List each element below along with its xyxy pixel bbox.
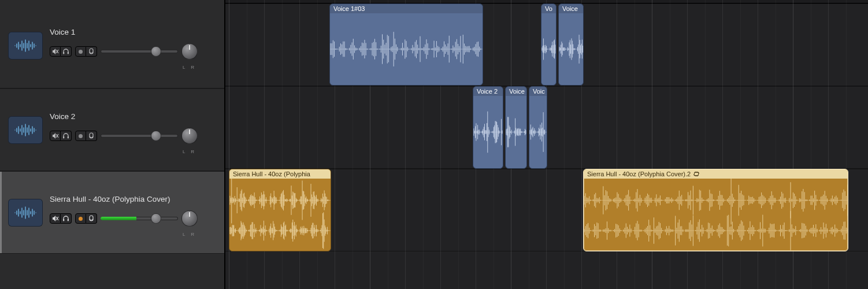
audio-region[interactable]: Voice 2 bbox=[473, 86, 503, 169]
headphones-icon bbox=[62, 48, 69, 55]
pan-lr-label: L R bbox=[179, 232, 200, 237]
solo-button[interactable] bbox=[61, 213, 72, 224]
mute-icon bbox=[52, 48, 59, 55]
region-header[interactable]: Sierra Hull - 40oz (Polyphia Cover).2 bbox=[584, 169, 848, 179]
record-enable-button[interactable] bbox=[75, 46, 86, 57]
mute-icon bbox=[52, 215, 59, 222]
svg-rect-49 bbox=[63, 219, 64, 221]
record-dot-icon bbox=[79, 50, 83, 54]
slider-thumb[interactable] bbox=[151, 46, 161, 57]
track-name-label[interactable]: Sierra Hull - 40oz (Polyphia Cover) bbox=[50, 195, 218, 203]
region-header[interactable]: Voic bbox=[529, 87, 547, 96]
mute-solo-group bbox=[50, 46, 72, 57]
waveform-icon bbox=[14, 206, 37, 220]
audio-region[interactable]: Sierra Hull - 40oz (Polyphia bbox=[229, 169, 331, 251]
region-waveform bbox=[330, 13, 483, 85]
region-header[interactable]: Voice 2 bbox=[473, 87, 503, 96]
slider-thumb[interactable] bbox=[151, 131, 161, 141]
region-waveform bbox=[541, 13, 556, 85]
region-waveform bbox=[506, 96, 526, 168]
track-name-label[interactable]: Voice 2 bbox=[50, 112, 218, 121]
region-header[interactable]: Voice bbox=[506, 87, 526, 96]
input-icon bbox=[88, 215, 95, 222]
region-waveform bbox=[473, 96, 503, 168]
track-header-1[interactable]: Voice 1 bbox=[0, 3, 224, 88]
waveform-icon bbox=[14, 123, 37, 137]
pan-lr-label: L R bbox=[179, 149, 200, 154]
region-label: Vo bbox=[545, 4, 552, 13]
track-controls: Voice 2 bbox=[50, 112, 218, 147]
track-header-3[interactable]: Sierra Hull - 40oz (Polyphia Cover) bbox=[0, 171, 224, 254]
region-header[interactable]: Vo bbox=[541, 4, 556, 13]
volume-slider[interactable] bbox=[101, 216, 178, 221]
pan-lr-label: L R bbox=[179, 65, 200, 70]
daw-arrange-view: Voice 1 bbox=[0, 0, 868, 289]
input-monitor-button[interactable] bbox=[86, 131, 97, 141]
region-header[interactable]: Voice bbox=[559, 4, 583, 13]
svg-rect-15 bbox=[63, 52, 64, 54]
region-waveform bbox=[229, 179, 331, 251]
track-controls: Sierra Hull - 40oz (Polyphia Cover) bbox=[50, 195, 218, 230]
input-monitor-button[interactable] bbox=[86, 213, 97, 224]
input-icon bbox=[88, 48, 95, 55]
region-label: Sierra Hull - 40oz (Polyphia bbox=[233, 169, 310, 179]
mute-button[interactable] bbox=[50, 46, 61, 57]
mute-icon bbox=[52, 132, 59, 139]
region-label: Voice 2 bbox=[477, 87, 498, 96]
svg-rect-33 bbox=[68, 136, 69, 139]
loop-icon bbox=[693, 171, 700, 177]
volume-slider[interactable] bbox=[101, 49, 178, 54]
mute-button[interactable] bbox=[50, 213, 61, 224]
region-label: Voice 1#03 bbox=[333, 4, 365, 13]
track-name-label[interactable]: Voice 1 bbox=[50, 28, 218, 36]
track-header-panel: Voice 1 bbox=[0, 0, 225, 289]
svg-rect-32 bbox=[63, 136, 64, 139]
input-monitor-button[interactable] bbox=[86, 46, 97, 57]
svg-rect-50 bbox=[68, 219, 69, 221]
record-enable-button[interactable] bbox=[75, 131, 86, 141]
waveform-icon bbox=[14, 39, 37, 53]
region-label: Voic bbox=[533, 87, 545, 96]
audio-region[interactable]: Voice 1#03 bbox=[329, 3, 483, 86]
track-type-audio-icon bbox=[8, 32, 43, 60]
region-label: Sierra Hull - 40oz (Polyphia Cover).2 bbox=[587, 169, 691, 179]
pan-knob[interactable] bbox=[181, 210, 198, 227]
audio-region[interactable]: Voic bbox=[529, 86, 547, 169]
solo-button[interactable] bbox=[61, 46, 72, 57]
region-waveform bbox=[584, 179, 848, 251]
audio-region[interactable]: Vo bbox=[541, 3, 557, 86]
region-waveform bbox=[529, 96, 547, 168]
record-dot-icon bbox=[79, 217, 83, 221]
region-header[interactable]: Sierra Hull - 40oz (Polyphia bbox=[229, 169, 331, 179]
record-enable-button[interactable] bbox=[75, 213, 86, 224]
region-label: Voice bbox=[509, 87, 525, 96]
input-icon bbox=[88, 132, 95, 139]
slider-thumb[interactable] bbox=[151, 213, 161, 224]
record-dot-icon bbox=[79, 134, 83, 138]
audio-region[interactable]: Voice bbox=[558, 3, 584, 86]
track-header-2[interactable]: Voice 2 bbox=[0, 88, 224, 171]
region-waveform bbox=[559, 13, 583, 85]
slider-track bbox=[101, 50, 178, 53]
solo-button[interactable] bbox=[61, 131, 72, 141]
audio-region[interactable]: Voice bbox=[505, 86, 527, 169]
track-type-audio-icon bbox=[8, 199, 43, 227]
track-type-audio-icon bbox=[8, 116, 43, 144]
record-input-group bbox=[75, 46, 97, 57]
pan-knob[interactable] bbox=[181, 43, 198, 60]
arrangement-timeline[interactable]: Voice 1#03VoVoiceVoice 2VoiceVoicSierra … bbox=[225, 0, 868, 289]
mute-button[interactable] bbox=[50, 131, 61, 141]
track-controls: Voice 1 bbox=[50, 28, 218, 63]
headphones-icon bbox=[62, 132, 69, 139]
headphones-icon bbox=[62, 215, 69, 222]
region-label: Voice bbox=[562, 4, 578, 13]
volume-slider[interactable] bbox=[101, 133, 178, 139]
pan-knob[interactable] bbox=[181, 128, 198, 144]
region-header[interactable]: Voice 1#03 bbox=[330, 4, 483, 13]
audio-region[interactable]: Sierra Hull - 40oz (Polyphia Cover).2 bbox=[583, 169, 848, 251]
svg-rect-16 bbox=[68, 52, 69, 54]
